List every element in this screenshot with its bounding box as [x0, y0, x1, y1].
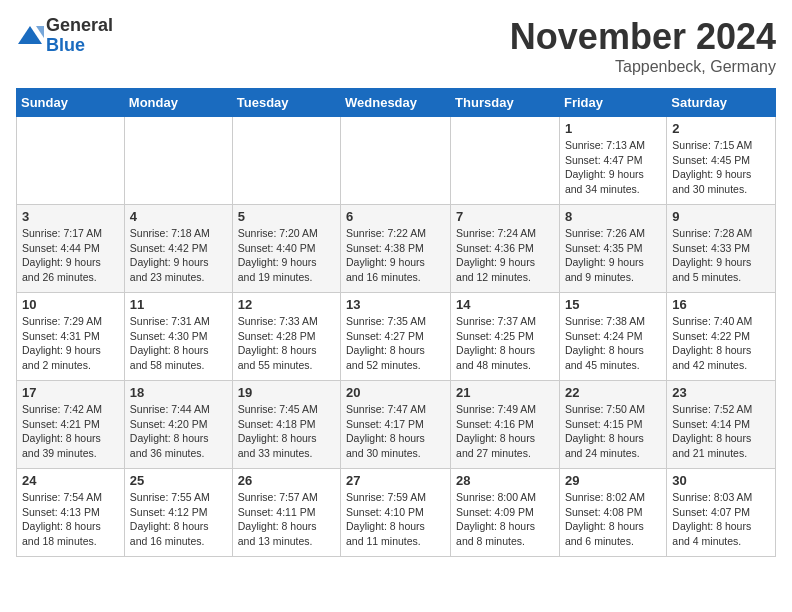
day-info: Sunrise: 7:24 AMSunset: 4:36 PMDaylight:…: [456, 226, 554, 285]
day-cell-4-2: 26Sunrise: 7:57 AMSunset: 4:11 PMDayligh…: [232, 469, 340, 557]
day-number: 30: [672, 473, 770, 488]
day-cell-2-3: 13Sunrise: 7:35 AMSunset: 4:27 PMDayligh…: [341, 293, 451, 381]
week-row-3: 10Sunrise: 7:29 AMSunset: 4:31 PMDayligh…: [17, 293, 776, 381]
day-cell-2-1: 11Sunrise: 7:31 AMSunset: 4:30 PMDayligh…: [124, 293, 232, 381]
day-cell-3-2: 19Sunrise: 7:45 AMSunset: 4:18 PMDayligh…: [232, 381, 340, 469]
weekday-saturday: Saturday: [667, 89, 776, 117]
day-number: 13: [346, 297, 445, 312]
day-info: Sunrise: 7:31 AMSunset: 4:30 PMDaylight:…: [130, 314, 227, 373]
day-info: Sunrise: 7:55 AMSunset: 4:12 PMDaylight:…: [130, 490, 227, 549]
day-info: Sunrise: 7:37 AMSunset: 4:25 PMDaylight:…: [456, 314, 554, 373]
day-number: 6: [346, 209, 445, 224]
day-cell-1-4: 7Sunrise: 7:24 AMSunset: 4:36 PMDaylight…: [451, 205, 560, 293]
page-header: General Blue November 2024 Tappenbeck, G…: [16, 16, 776, 76]
day-cell-4-0: 24Sunrise: 7:54 AMSunset: 4:13 PMDayligh…: [17, 469, 125, 557]
day-number: 23: [672, 385, 770, 400]
day-number: 25: [130, 473, 227, 488]
day-number: 9: [672, 209, 770, 224]
day-info: Sunrise: 7:47 AMSunset: 4:17 PMDaylight:…: [346, 402, 445, 461]
day-number: 1: [565, 121, 661, 136]
day-number: 14: [456, 297, 554, 312]
weekday-wednesday: Wednesday: [341, 89, 451, 117]
day-cell-0-5: 1Sunrise: 7:13 AMSunset: 4:47 PMDaylight…: [559, 117, 666, 205]
day-number: 7: [456, 209, 554, 224]
day-cell-1-5: 8Sunrise: 7:26 AMSunset: 4:35 PMDaylight…: [559, 205, 666, 293]
day-info: Sunrise: 7:40 AMSunset: 4:22 PMDaylight:…: [672, 314, 770, 373]
day-number: 10: [22, 297, 119, 312]
location: Tappenbeck, Germany: [510, 58, 776, 76]
day-cell-3-3: 20Sunrise: 7:47 AMSunset: 4:17 PMDayligh…: [341, 381, 451, 469]
day-cell-0-1: [124, 117, 232, 205]
day-cell-4-5: 29Sunrise: 8:02 AMSunset: 4:08 PMDayligh…: [559, 469, 666, 557]
calendar-table: SundayMondayTuesdayWednesdayThursdayFrid…: [16, 88, 776, 557]
day-cell-3-1: 18Sunrise: 7:44 AMSunset: 4:20 PMDayligh…: [124, 381, 232, 469]
day-cell-0-6: 2Sunrise: 7:15 AMSunset: 4:45 PMDaylight…: [667, 117, 776, 205]
day-info: Sunrise: 7:49 AMSunset: 4:16 PMDaylight:…: [456, 402, 554, 461]
day-info: Sunrise: 7:18 AMSunset: 4:42 PMDaylight:…: [130, 226, 227, 285]
day-info: Sunrise: 7:35 AMSunset: 4:27 PMDaylight:…: [346, 314, 445, 373]
day-cell-3-0: 17Sunrise: 7:42 AMSunset: 4:21 PMDayligh…: [17, 381, 125, 469]
day-info: Sunrise: 7:54 AMSunset: 4:13 PMDaylight:…: [22, 490, 119, 549]
day-cell-1-6: 9Sunrise: 7:28 AMSunset: 4:33 PMDaylight…: [667, 205, 776, 293]
title-area: November 2024 Tappenbeck, Germany: [510, 16, 776, 76]
weekday-header-row: SundayMondayTuesdayWednesdayThursdayFrid…: [17, 89, 776, 117]
day-cell-4-1: 25Sunrise: 7:55 AMSunset: 4:12 PMDayligh…: [124, 469, 232, 557]
day-info: Sunrise: 7:59 AMSunset: 4:10 PMDaylight:…: [346, 490, 445, 549]
day-cell-0-4: [451, 117, 560, 205]
day-cell-0-0: [17, 117, 125, 205]
day-cell-3-5: 22Sunrise: 7:50 AMSunset: 4:15 PMDayligh…: [559, 381, 666, 469]
weekday-tuesday: Tuesday: [232, 89, 340, 117]
day-cell-1-3: 6Sunrise: 7:22 AMSunset: 4:38 PMDaylight…: [341, 205, 451, 293]
day-cell-3-6: 23Sunrise: 7:52 AMSunset: 4:14 PMDayligh…: [667, 381, 776, 469]
day-info: Sunrise: 7:17 AMSunset: 4:44 PMDaylight:…: [22, 226, 119, 285]
weekday-thursday: Thursday: [451, 89, 560, 117]
day-info: Sunrise: 7:20 AMSunset: 4:40 PMDaylight:…: [238, 226, 335, 285]
day-info: Sunrise: 8:03 AMSunset: 4:07 PMDaylight:…: [672, 490, 770, 549]
weekday-friday: Friday: [559, 89, 666, 117]
day-cell-2-0: 10Sunrise: 7:29 AMSunset: 4:31 PMDayligh…: [17, 293, 125, 381]
day-number: 4: [130, 209, 227, 224]
day-info: Sunrise: 7:26 AMSunset: 4:35 PMDaylight:…: [565, 226, 661, 285]
day-info: Sunrise: 7:33 AMSunset: 4:28 PMDaylight:…: [238, 314, 335, 373]
week-row-2: 3Sunrise: 7:17 AMSunset: 4:44 PMDaylight…: [17, 205, 776, 293]
day-info: Sunrise: 7:29 AMSunset: 4:31 PMDaylight:…: [22, 314, 119, 373]
day-info: Sunrise: 7:45 AMSunset: 4:18 PMDaylight:…: [238, 402, 335, 461]
day-number: 3: [22, 209, 119, 224]
day-number: 11: [130, 297, 227, 312]
day-number: 24: [22, 473, 119, 488]
day-cell-4-4: 28Sunrise: 8:00 AMSunset: 4:09 PMDayligh…: [451, 469, 560, 557]
week-row-1: 1Sunrise: 7:13 AMSunset: 4:47 PMDaylight…: [17, 117, 776, 205]
day-cell-1-2: 5Sunrise: 7:20 AMSunset: 4:40 PMDaylight…: [232, 205, 340, 293]
day-cell-0-2: [232, 117, 340, 205]
day-cell-2-2: 12Sunrise: 7:33 AMSunset: 4:28 PMDayligh…: [232, 293, 340, 381]
day-number: 27: [346, 473, 445, 488]
day-number: 16: [672, 297, 770, 312]
day-number: 20: [346, 385, 445, 400]
month-title: November 2024: [510, 16, 776, 58]
day-info: Sunrise: 7:52 AMSunset: 4:14 PMDaylight:…: [672, 402, 770, 461]
day-number: 29: [565, 473, 661, 488]
day-number: 26: [238, 473, 335, 488]
day-number: 12: [238, 297, 335, 312]
logo-general-text: General: [46, 16, 113, 36]
day-number: 15: [565, 297, 661, 312]
day-cell-4-3: 27Sunrise: 7:59 AMSunset: 4:10 PMDayligh…: [341, 469, 451, 557]
day-info: Sunrise: 8:02 AMSunset: 4:08 PMDaylight:…: [565, 490, 661, 549]
logo: General Blue: [16, 16, 113, 56]
day-number: 22: [565, 385, 661, 400]
day-cell-3-4: 21Sunrise: 7:49 AMSunset: 4:16 PMDayligh…: [451, 381, 560, 469]
day-number: 21: [456, 385, 554, 400]
logo-blue-text: Blue: [46, 36, 113, 56]
day-number: 5: [238, 209, 335, 224]
day-info: Sunrise: 7:57 AMSunset: 4:11 PMDaylight:…: [238, 490, 335, 549]
day-info: Sunrise: 7:42 AMSunset: 4:21 PMDaylight:…: [22, 402, 119, 461]
day-number: 28: [456, 473, 554, 488]
logo-icon: [16, 22, 44, 50]
day-number: 18: [130, 385, 227, 400]
day-info: Sunrise: 7:50 AMSunset: 4:15 PMDaylight:…: [565, 402, 661, 461]
day-cell-1-0: 3Sunrise: 7:17 AMSunset: 4:44 PMDaylight…: [17, 205, 125, 293]
day-info: Sunrise: 7:15 AMSunset: 4:45 PMDaylight:…: [672, 138, 770, 197]
day-info: Sunrise: 8:00 AMSunset: 4:09 PMDaylight:…: [456, 490, 554, 549]
day-cell-2-4: 14Sunrise: 7:37 AMSunset: 4:25 PMDayligh…: [451, 293, 560, 381]
day-number: 8: [565, 209, 661, 224]
